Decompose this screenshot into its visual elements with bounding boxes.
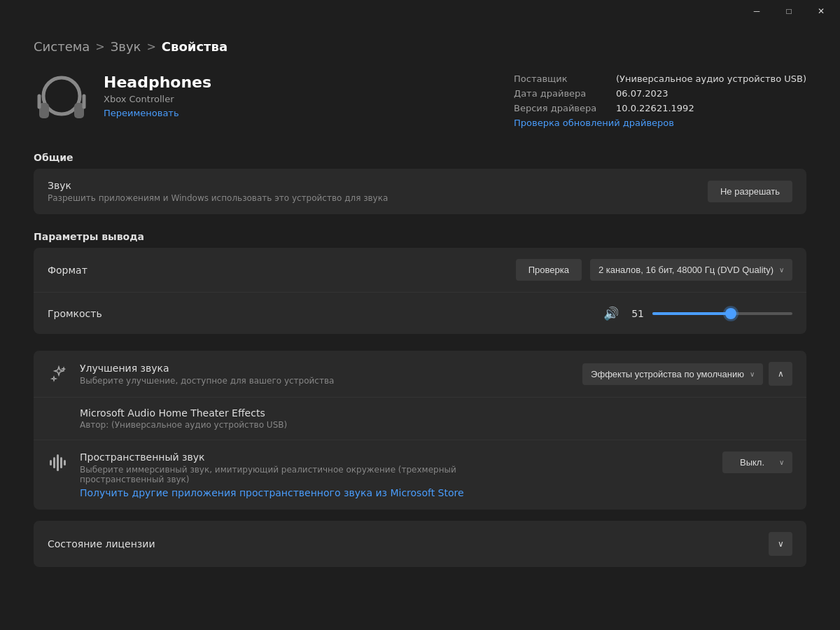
meta-driver-version-label: Версия драйвера xyxy=(514,103,605,113)
enhancements-header: Улучшения звука Выберите улучшение, дост… xyxy=(34,351,806,397)
not-allow-button[interactable]: Не разрешать xyxy=(708,181,792,202)
main-content: Система > Звук > Свойства Headphones Xbo… xyxy=(0,22,840,630)
meta-row-driver-version: Версия драйвера 10.0.22621.1992 xyxy=(514,103,806,113)
sound-label: Звук xyxy=(48,180,708,191)
format-content: Формат xyxy=(48,265,516,276)
spatial-dropdown[interactable]: Выкл. ∨ xyxy=(722,451,792,473)
svg-rect-9 xyxy=(64,460,66,465)
enhancements-controls: Эффекты устройства по умолчанию ∨ ∧ xyxy=(582,362,792,386)
close-button[interactable]: ✕ xyxy=(805,0,837,22)
spatial-body: Пространственный звук Выберите иммерсивн… xyxy=(80,451,722,498)
license-content: Состояние лицензии xyxy=(48,538,769,550)
output-section-heading: Параметры вывода xyxy=(34,231,806,242)
device-meta: Поставщик (Универсальное аудио устройств… xyxy=(514,74,806,128)
meta-driver-version-value: 10.0.22621.1992 xyxy=(616,103,694,113)
license-expand-button[interactable]: ∨ xyxy=(769,532,792,556)
device-header: Headphones Xbox Controller Переименовать… xyxy=(34,74,806,130)
enhancements-body: Улучшения звука Выберите улучшение, дост… xyxy=(80,363,582,386)
volume-value: 51 xyxy=(627,308,644,319)
enhancements-title: Улучшения звука xyxy=(80,363,582,374)
volume-control: 🔊 51 xyxy=(420,306,792,321)
breadcrumb-item-system[interactable]: Система xyxy=(34,39,90,54)
sound-desc: Разрешить приложениям и Windows использо… xyxy=(48,193,708,203)
volume-row: Громкость 🔊 51 xyxy=(34,292,806,334)
check-driver-updates-link[interactable]: Проверка обновлений драйверов xyxy=(514,118,674,128)
spatial-dropdown-text: Выкл. xyxy=(731,457,774,468)
enhancement-sub-title: Microsoft Audio Home Theater Effects xyxy=(80,407,792,419)
spatial-chevron-down-icon: ∨ xyxy=(779,458,784,466)
volume-icon: 🔊 xyxy=(603,306,619,321)
general-card: Звук Разрешить приложениям и Windows исп… xyxy=(34,169,806,214)
device-info: Headphones Xbox Controller Переименовать xyxy=(104,74,514,118)
spatial-title: Пространственный звук xyxy=(80,451,722,463)
minimize-button[interactable]: ─ xyxy=(741,0,773,22)
svg-rect-7 xyxy=(57,454,59,471)
sound-row: Звук Разрешить приложениям и Windows исп… xyxy=(34,169,806,214)
volume-slider-thumb[interactable] xyxy=(725,308,736,319)
enhancements-card: Улучшения звука Выберите улучшение, дост… xyxy=(34,351,806,510)
license-label: Состояние лицензии xyxy=(48,538,769,550)
output-card: Формат Проверка 2 каналов, 16 бит, 48000… xyxy=(34,248,806,334)
svg-rect-8 xyxy=(60,457,62,468)
meta-provider-label: Поставщик xyxy=(514,74,605,84)
enhancements-dropdown[interactable]: Эффекты устройства по умолчанию ∨ xyxy=(582,363,763,385)
breadcrumb-sep-1: > xyxy=(95,40,104,53)
enhancement-sub-desc: Автор: (Универсальное аудио устройство U… xyxy=(80,420,792,430)
enhancement-sub-item: Microsoft Audio Home Theater Effects Авт… xyxy=(34,397,806,440)
breadcrumb-sep-2: > xyxy=(146,40,155,53)
volume-content: Громкость xyxy=(48,308,420,319)
meta-row-provider: Поставщик (Универсальное аудио устройств… xyxy=(514,74,806,84)
meta-provider-value: (Универсальное аудио устройство USB) xyxy=(616,74,806,84)
meta-row-driver-date: Дата драйвера 06.07.2023 xyxy=(514,88,806,99)
device-rename-link[interactable]: Переименовать xyxy=(104,108,179,118)
enhancements-dropdown-text: Эффекты устройства по умолчанию xyxy=(591,369,744,379)
license-card: Состояние лицензии ∨ xyxy=(34,521,806,567)
spatial-sound-row: Пространственный звук Выберите иммерсивн… xyxy=(34,440,806,510)
volume-slider-fill xyxy=(652,312,731,315)
breadcrumb: Система > Звук > Свойства xyxy=(34,39,806,54)
format-check-button[interactable]: Проверка xyxy=(516,259,582,281)
device-name: Headphones xyxy=(104,74,514,91)
format-chevron-down-icon: ∨ xyxy=(779,266,784,274)
enhancements-desc: Выберите улучшение, доступное для вашего… xyxy=(80,376,582,386)
spatial-desc: Выберите иммерсивный звук, имитирующий р… xyxy=(80,465,500,484)
enhancements-icon xyxy=(48,363,70,385)
format-label: Формат xyxy=(48,265,516,276)
license-row: Состояние лицензии ∨ xyxy=(34,521,806,567)
device-subtitle: Xbox Controller xyxy=(104,94,514,104)
format-dropdown[interactable]: 2 каналов, 16 бит, 48000 Гц (DVD Quality… xyxy=(590,259,792,281)
enhancements-chevron-down-icon: ∨ xyxy=(750,370,755,378)
breadcrumb-item-sound[interactable]: Звук xyxy=(111,39,141,54)
meta-driver-date-value: 06.07.2023 xyxy=(616,88,668,99)
title-bar: ─ □ ✕ xyxy=(0,0,840,22)
svg-rect-6 xyxy=(53,457,55,468)
breadcrumb-current: Свойства xyxy=(162,39,227,54)
format-dropdown-text: 2 каналов, 16 бит, 48000 Гц (DVD Quality… xyxy=(598,265,774,275)
maximize-button[interactable]: □ xyxy=(773,0,805,22)
spatial-controls: Выкл. ∨ xyxy=(722,451,792,473)
meta-driver-date-label: Дата драйвера xyxy=(514,88,605,99)
enhancements-collapse-button[interactable]: ∧ xyxy=(769,362,792,386)
headphones-icon xyxy=(34,74,90,130)
sound-content: Звук Разрешить приложениям и Windows исп… xyxy=(48,180,708,203)
volume-label: Громкость xyxy=(48,308,420,319)
format-row: Формат Проверка 2 каналов, 16 бит, 48000… xyxy=(34,248,806,292)
meta-row-check-updates: Проверка обновлений драйверов xyxy=(514,118,806,128)
svg-rect-5 xyxy=(50,460,52,465)
spatial-icon xyxy=(48,451,70,474)
general-section-heading: Общие xyxy=(34,152,806,163)
volume-slider[interactable] xyxy=(652,312,792,315)
spatial-store-link[interactable]: Получить другие приложения пространствен… xyxy=(80,487,464,498)
